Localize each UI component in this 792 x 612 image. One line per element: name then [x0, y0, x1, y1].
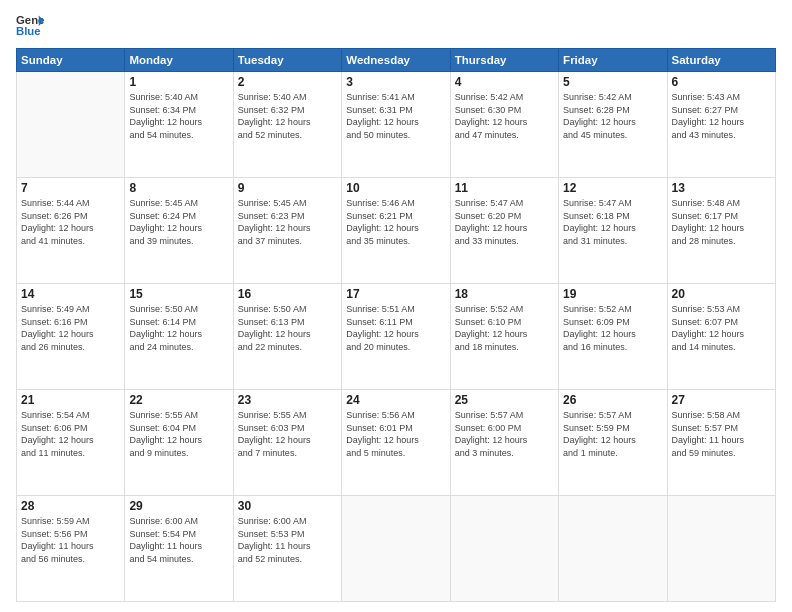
day-info: Sunrise: 6:00 AM Sunset: 5:54 PM Dayligh… — [129, 515, 228, 565]
week-row-1: 1Sunrise: 5:40 AM Sunset: 6:34 PM Daylig… — [17, 72, 776, 178]
calendar-cell: 15Sunrise: 5:50 AM Sunset: 6:14 PM Dayli… — [125, 284, 233, 390]
calendar-cell: 2Sunrise: 5:40 AM Sunset: 6:32 PM Daylig… — [233, 72, 341, 178]
day-number: 7 — [21, 181, 120, 195]
day-number: 21 — [21, 393, 120, 407]
day-info: Sunrise: 5:49 AM Sunset: 6:16 PM Dayligh… — [21, 303, 120, 353]
day-number: 13 — [672, 181, 771, 195]
day-info: Sunrise: 6:00 AM Sunset: 5:53 PM Dayligh… — [238, 515, 337, 565]
calendar-cell: 25Sunrise: 5:57 AM Sunset: 6:00 PM Dayli… — [450, 390, 558, 496]
day-number: 6 — [672, 75, 771, 89]
day-info: Sunrise: 5:58 AM Sunset: 5:57 PM Dayligh… — [672, 409, 771, 459]
day-info: Sunrise: 5:54 AM Sunset: 6:06 PM Dayligh… — [21, 409, 120, 459]
day-info: Sunrise: 5:47 AM Sunset: 6:20 PM Dayligh… — [455, 197, 554, 247]
day-info: Sunrise: 5:42 AM Sunset: 6:28 PM Dayligh… — [563, 91, 662, 141]
day-info: Sunrise: 5:50 AM Sunset: 6:13 PM Dayligh… — [238, 303, 337, 353]
day-number: 3 — [346, 75, 445, 89]
weekday-header-wednesday: Wednesday — [342, 49, 450, 72]
day-number: 25 — [455, 393, 554, 407]
calendar-cell: 23Sunrise: 5:55 AM Sunset: 6:03 PM Dayli… — [233, 390, 341, 496]
calendar-cell: 18Sunrise: 5:52 AM Sunset: 6:10 PM Dayli… — [450, 284, 558, 390]
day-info: Sunrise: 5:41 AM Sunset: 6:31 PM Dayligh… — [346, 91, 445, 141]
day-number: 26 — [563, 393, 662, 407]
calendar-cell — [450, 496, 558, 602]
calendar-cell: 13Sunrise: 5:48 AM Sunset: 6:17 PM Dayli… — [667, 178, 775, 284]
day-number: 20 — [672, 287, 771, 301]
day-info: Sunrise: 5:52 AM Sunset: 6:10 PM Dayligh… — [455, 303, 554, 353]
calendar-cell — [559, 496, 667, 602]
calendar-cell — [342, 496, 450, 602]
day-info: Sunrise: 5:46 AM Sunset: 6:21 PM Dayligh… — [346, 197, 445, 247]
calendar-cell: 27Sunrise: 5:58 AM Sunset: 5:57 PM Dayli… — [667, 390, 775, 496]
calendar-cell: 9Sunrise: 5:45 AM Sunset: 6:23 PM Daylig… — [233, 178, 341, 284]
day-info: Sunrise: 5:50 AM Sunset: 6:14 PM Dayligh… — [129, 303, 228, 353]
weekday-header-tuesday: Tuesday — [233, 49, 341, 72]
day-number: 5 — [563, 75, 662, 89]
calendar-cell: 11Sunrise: 5:47 AM Sunset: 6:20 PM Dayli… — [450, 178, 558, 284]
day-number: 29 — [129, 499, 228, 513]
day-info: Sunrise: 5:47 AM Sunset: 6:18 PM Dayligh… — [563, 197, 662, 247]
day-number: 14 — [21, 287, 120, 301]
day-number: 19 — [563, 287, 662, 301]
calendar-cell: 20Sunrise: 5:53 AM Sunset: 6:07 PM Dayli… — [667, 284, 775, 390]
day-number: 10 — [346, 181, 445, 195]
day-info: Sunrise: 5:51 AM Sunset: 6:11 PM Dayligh… — [346, 303, 445, 353]
day-number: 11 — [455, 181, 554, 195]
calendar-cell: 1Sunrise: 5:40 AM Sunset: 6:34 PM Daylig… — [125, 72, 233, 178]
day-info: Sunrise: 5:56 AM Sunset: 6:01 PM Dayligh… — [346, 409, 445, 459]
day-info: Sunrise: 5:44 AM Sunset: 6:26 PM Dayligh… — [21, 197, 120, 247]
day-number: 12 — [563, 181, 662, 195]
day-number: 24 — [346, 393, 445, 407]
day-number: 30 — [238, 499, 337, 513]
day-number: 9 — [238, 181, 337, 195]
calendar-cell: 29Sunrise: 6:00 AM Sunset: 5:54 PM Dayli… — [125, 496, 233, 602]
day-number: 15 — [129, 287, 228, 301]
calendar-table: SundayMondayTuesdayWednesdayThursdayFrid… — [16, 48, 776, 602]
day-info: Sunrise: 5:42 AM Sunset: 6:30 PM Dayligh… — [455, 91, 554, 141]
weekday-header-monday: Monday — [125, 49, 233, 72]
logo: General Blue — [16, 12, 44, 40]
day-number: 4 — [455, 75, 554, 89]
day-number: 8 — [129, 181, 228, 195]
day-info: Sunrise: 5:55 AM Sunset: 6:03 PM Dayligh… — [238, 409, 337, 459]
weekday-header-sunday: Sunday — [17, 49, 125, 72]
calendar-cell: 12Sunrise: 5:47 AM Sunset: 6:18 PM Dayli… — [559, 178, 667, 284]
day-number: 17 — [346, 287, 445, 301]
day-info: Sunrise: 5:53 AM Sunset: 6:07 PM Dayligh… — [672, 303, 771, 353]
calendar-cell: 26Sunrise: 5:57 AM Sunset: 5:59 PM Dayli… — [559, 390, 667, 496]
day-info: Sunrise: 5:55 AM Sunset: 6:04 PM Dayligh… — [129, 409, 228, 459]
calendar-cell: 17Sunrise: 5:51 AM Sunset: 6:11 PM Dayli… — [342, 284, 450, 390]
calendar-cell: 24Sunrise: 5:56 AM Sunset: 6:01 PM Dayli… — [342, 390, 450, 496]
day-info: Sunrise: 5:57 AM Sunset: 5:59 PM Dayligh… — [563, 409, 662, 459]
week-row-5: 28Sunrise: 5:59 AM Sunset: 5:56 PM Dayli… — [17, 496, 776, 602]
calendar-cell: 22Sunrise: 5:55 AM Sunset: 6:04 PM Dayli… — [125, 390, 233, 496]
day-number: 1 — [129, 75, 228, 89]
calendar-cell: 30Sunrise: 6:00 AM Sunset: 5:53 PM Dayli… — [233, 496, 341, 602]
day-info: Sunrise: 5:43 AM Sunset: 6:27 PM Dayligh… — [672, 91, 771, 141]
day-info: Sunrise: 5:45 AM Sunset: 6:23 PM Dayligh… — [238, 197, 337, 247]
week-row-2: 7Sunrise: 5:44 AM Sunset: 6:26 PM Daylig… — [17, 178, 776, 284]
day-info: Sunrise: 5:40 AM Sunset: 6:32 PM Dayligh… — [238, 91, 337, 141]
calendar-cell: 5Sunrise: 5:42 AM Sunset: 6:28 PM Daylig… — [559, 72, 667, 178]
day-info: Sunrise: 5:59 AM Sunset: 5:56 PM Dayligh… — [21, 515, 120, 565]
day-info: Sunrise: 5:40 AM Sunset: 6:34 PM Dayligh… — [129, 91, 228, 141]
weekday-header-thursday: Thursday — [450, 49, 558, 72]
day-info: Sunrise: 5:57 AM Sunset: 6:00 PM Dayligh… — [455, 409, 554, 459]
day-info: Sunrise: 5:45 AM Sunset: 6:24 PM Dayligh… — [129, 197, 228, 247]
calendar-cell: 28Sunrise: 5:59 AM Sunset: 5:56 PM Dayli… — [17, 496, 125, 602]
day-number: 28 — [21, 499, 120, 513]
week-row-4: 21Sunrise: 5:54 AM Sunset: 6:06 PM Dayli… — [17, 390, 776, 496]
calendar-cell: 10Sunrise: 5:46 AM Sunset: 6:21 PM Dayli… — [342, 178, 450, 284]
week-row-3: 14Sunrise: 5:49 AM Sunset: 6:16 PM Dayli… — [17, 284, 776, 390]
calendar-cell: 3Sunrise: 5:41 AM Sunset: 6:31 PM Daylig… — [342, 72, 450, 178]
calendar-cell — [17, 72, 125, 178]
header: General Blue — [16, 12, 776, 40]
day-info: Sunrise: 5:48 AM Sunset: 6:17 PM Dayligh… — [672, 197, 771, 247]
day-number: 22 — [129, 393, 228, 407]
calendar-cell: 14Sunrise: 5:49 AM Sunset: 6:16 PM Dayli… — [17, 284, 125, 390]
day-number: 18 — [455, 287, 554, 301]
svg-text:Blue: Blue — [16, 25, 41, 37]
calendar-cell: 8Sunrise: 5:45 AM Sunset: 6:24 PM Daylig… — [125, 178, 233, 284]
logo-icon: General Blue — [16, 12, 44, 40]
weekday-header-saturday: Saturday — [667, 49, 775, 72]
calendar-cell: 4Sunrise: 5:42 AM Sunset: 6:30 PM Daylig… — [450, 72, 558, 178]
